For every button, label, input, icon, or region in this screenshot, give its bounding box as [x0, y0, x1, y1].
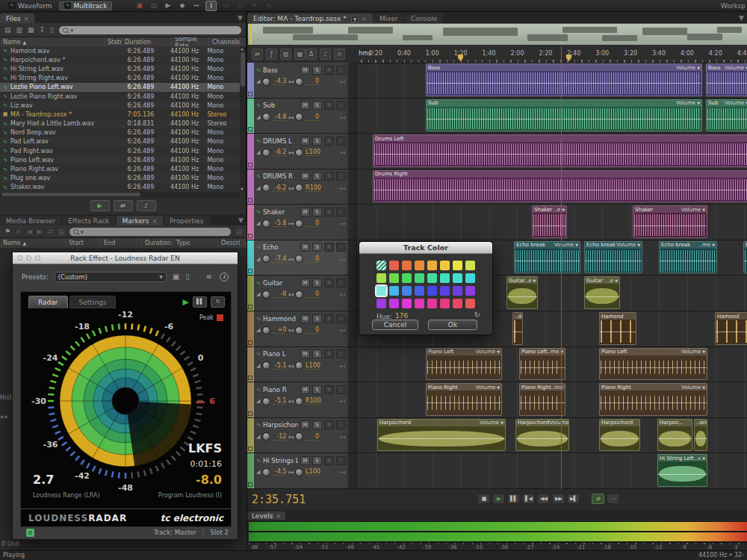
track-lane[interactable]: Piano LeftVolume▼Piano Left..me▼Piano Le… — [357, 347, 747, 382]
track-color-chip[interactable] — [248, 92, 252, 96]
track-color-strip[interactable] — [247, 240, 254, 276]
plugin-pause-button[interactable]: ▌▌ — [193, 296, 207, 308]
column-header-name[interactable]: Name▲ — [0, 238, 66, 248]
track-lane[interactable]: Piano RightVolume▼Piano Right..me▼Piano … — [357, 382, 747, 417]
pan-value[interactable]: L100 — [306, 149, 320, 156]
pan-value[interactable]: 0 — [306, 78, 319, 85]
automation-dropdown-icon[interactable]: ▼ — [637, 243, 640, 247]
automation-dropdown-icon[interactable]: ▼ — [702, 349, 705, 354]
color-swatch[interactable] — [427, 286, 437, 296]
volume-value[interactable]: -7.4 — [273, 255, 286, 263]
tab-history[interactable]: Histo — [0, 394, 12, 402]
volume-knob[interactable] — [262, 397, 270, 405]
file-row[interactable]: ∿Hi String Right.wav6:26.48944100 HzMono — [0, 74, 240, 83]
track-color-chip[interactable] — [248, 305, 252, 309]
track-color-strip[interactable] — [247, 418, 254, 453]
track-color-chip[interactable] — [248, 447, 252, 451]
track-color-chip[interactable] — [248, 411, 252, 416]
track-arm-record-button[interactable]: R — [324, 101, 334, 110]
tab-media-browser[interactable]: Media Browser — [0, 216, 61, 225]
clip-automation-label[interactable]: Volume — [676, 65, 695, 71]
track-mute-button[interactable]: M — [300, 279, 310, 287]
mixdown-icon[interactable]: ▦ — [294, 49, 306, 60]
volume-knob[interactable] — [262, 149, 270, 157]
snap-icon[interactable]: ▥ — [280, 49, 291, 60]
tab-console[interactable]: Console — [405, 13, 444, 23]
timeline-marker-icon[interactable] — [566, 55, 571, 61]
track-name[interactable]: Guitar — [263, 279, 298, 287]
volume-knob[interactable] — [262, 361, 270, 370]
track-color-chip[interactable] — [248, 198, 252, 202]
track-arm-record-button[interactable]: R — [324, 66, 334, 75]
marker-settings-icon[interactable]: ▤ — [235, 228, 242, 235]
automation-dropdown-icon[interactable]: ▼ — [702, 385, 705, 390]
toggle-tracks-icon[interactable]: ⇄ — [252, 49, 263, 60]
audio-clip[interactable]: Drums Left — [373, 134, 747, 167]
track-solo-button[interactable]: S — [312, 172, 322, 181]
save-preset-icon[interactable]: ▣ — [173, 273, 179, 281]
column-header-descri[interactable]: Descri — [218, 238, 247, 248]
audio-clip[interactable]: Drums Right — [373, 170, 747, 203]
track-monitor-input-button[interactable]: I — [336, 208, 346, 217]
track-arm-record-button[interactable]: R — [324, 314, 334, 323]
volume-knob[interactable] — [262, 184, 270, 192]
clip-automation-label[interactable]: ..e — [607, 278, 613, 284]
automation-dropdown-icon[interactable]: ▼ — [564, 385, 565, 390]
file-row[interactable]: ∿Harpsichord.wav *6:26.48944100 HzMono — [0, 55, 240, 64]
track-color-strip[interactable] — [247, 347, 254, 382]
track-color-chip[interactable] — [248, 269, 252, 273]
track-lane[interactable]: Drums Left — [357, 134, 747, 169]
automation-dropdown-icon[interactable]: ▼ — [712, 243, 715, 247]
text-tool-icon[interactable]: I — [205, 1, 217, 11]
clip-automation-label[interactable]: ..me — [548, 349, 560, 355]
column-header-end[interactable]: End — [101, 238, 142, 248]
scroll-down-icon[interactable]: ▼ — [241, 187, 244, 192]
color-swatch[interactable] — [427, 261, 437, 270]
new-file-icon[interactable]: ▦ — [28, 26, 34, 34]
track-mute-button[interactable]: M — [300, 243, 310, 252]
pan-value[interactable]: 0 — [306, 326, 319, 334]
file-row[interactable]: ∿Hamond.wav6:26.48944100 HzMono — [0, 46, 240, 55]
color-swatch[interactable] — [465, 299, 475, 308]
automation-dropdown-icon[interactable]: ▼ — [562, 208, 565, 212]
track-monitor-input-button[interactable]: I — [336, 137, 346, 146]
color-swatch[interactable] — [415, 299, 424, 308]
audio-clip[interactable]: Echo b — [743, 241, 747, 274]
automation-dropdown-icon[interactable]: ▼ — [497, 349, 500, 354]
audio-clip[interactable]: BassVolume▼ — [426, 63, 702, 96]
clip-automation-label[interactable]: Volume — [554, 242, 574, 248]
open-folder-icon[interactable]: ▤ — [4, 26, 11, 34]
audio-clip[interactable]: Echo break..me▼ — [659, 241, 717, 274]
color-swatch[interactable] — [465, 286, 475, 296]
clip-automation-label[interactable]: Volume — [480, 420, 499, 426]
track-solo-button[interactable]: S — [312, 314, 322, 323]
reset-hue-icon[interactable]: ↻ — [474, 311, 480, 319]
audio-clip[interactable]: HarpsichordVolume▼ — [377, 419, 506, 452]
file-row[interactable]: ∿Liz.wav6:26.48944100 HzMono — [0, 101, 240, 110]
track-name[interactable]: Harpsichord — [263, 421, 298, 429]
prev-marker-icon[interactable]: ◀ — [27, 228, 32, 235]
slip-tool-icon[interactable]: ↔ — [191, 1, 201, 11]
audio-clip[interactable]: Guitar..e▼ — [506, 276, 538, 309]
audio-clip[interactable]: Piano RightVolume▼ — [599, 383, 707, 416]
scroll-up-icon[interactable]: ▲ — [241, 46, 244, 52]
close-icon[interactable]: × — [24, 16, 29, 22]
clip-automation-label[interactable]: ..me — [699, 242, 711, 248]
rewind-button[interactable]: ◀◀ — [537, 494, 550, 504]
track-monitor-input-button[interactable]: I — [336, 385, 346, 394]
pan-value[interactable]: 0 — [306, 113, 319, 121]
audio-clip[interactable]: ..ord — [694, 419, 707, 452]
tab-effects-rack[interactable]: Effects Rack — [62, 216, 115, 225]
loop-button[interactable]: ⇄ — [114, 200, 133, 211]
audio-clip[interactable]: ..d — [512, 312, 523, 345]
track-name[interactable]: Hi Strings L — [263, 457, 298, 464]
audio-clip[interactable]: Echo breakVolume▼ — [584, 241, 642, 274]
audio-clip[interactable]: Hamond — [599, 312, 636, 345]
track-color-chip[interactable] — [248, 376, 252, 380]
delete-preset-icon[interactable]: ▯ — [185, 273, 190, 281]
fast-forward-button[interactable]: ▶▶ — [552, 494, 565, 504]
monitor-headphones-icon[interactable]: ∩ — [334, 49, 345, 60]
pan-value[interactable]: R100 — [306, 184, 321, 192]
color-swatch[interactable] — [376, 261, 386, 270]
skip-selection-button[interactable]: ↔ — [607, 494, 619, 504]
